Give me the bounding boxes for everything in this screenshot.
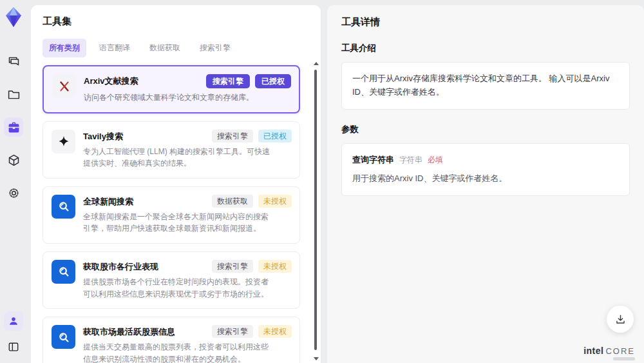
toolbox-icon	[7, 121, 21, 134]
tool-description: 提供当天交易量最高的股票列表，投资者可以利用这些信息来识别流动性强的股票和潜在的…	[83, 341, 271, 363]
category-tag: 数据获取	[212, 195, 253, 208]
auth-status-badge: 未授权	[258, 260, 292, 273]
tool-info: 获取股市各行业表现搜索引擎未授权提供股票市场各个行业在特定时间段内的表现。投资者…	[83, 260, 292, 300]
folder-icon	[7, 88, 21, 101]
scroll-down-arrow[interactable]	[314, 357, 319, 360]
param-required-badge: 必填	[428, 154, 443, 166]
sidebar-item-plugins[interactable]	[4, 150, 23, 170]
param-name: 查询字符串	[352, 153, 394, 167]
detail-title: 工具详情	[341, 16, 630, 28]
panel-toggle-icon	[7, 340, 20, 353]
sidebar-item-tools[interactable]	[4, 117, 23, 137]
tool-info: 获取市场最活跃股票信息搜索引擎未授权提供当天交易量最高的股票列表，投资者可以利用…	[83, 325, 292, 363]
tab-语言翻译[interactable]: 语言翻译	[93, 39, 137, 57]
tool-tags: 搜索引擎未授权	[205, 260, 292, 273]
params-section-title: 参数	[341, 124, 630, 135]
category-tag: 搜索引擎	[212, 260, 253, 273]
tool-tags: 搜索引擎已授权	[200, 74, 291, 88]
list-scrollbar[interactable]	[312, 62, 319, 360]
auth-status-badge: 未授权	[258, 195, 292, 208]
tool-tags: 搜索引擎未授权	[205, 325, 292, 338]
page-title: 工具集	[43, 15, 310, 28]
tool-card[interactable]: 全球新闻搜索数据获取未授权全球新闻搜索是一个聚合全球各大新闻网站内容的搜索引擎，…	[43, 186, 300, 244]
main-content: 工具集 所有类别语言翻译数据获取搜索引擎 Arxiv文献搜索搜索引擎已授权访问各…	[31, 5, 644, 363]
auth-status-badge: 已授权	[255, 74, 291, 88]
intel-logo-sub	[613, 357, 635, 360]
news-search-icon	[52, 325, 75, 349]
app-logo-icon	[3, 5, 24, 30]
sidebar-bottom	[0, 311, 27, 357]
tab-所有类别[interactable]: 所有类别	[43, 39, 86, 57]
chat-icon	[7, 55, 21, 68]
tool-info: 全球新闻搜索数据获取未授权全球新闻搜索是一个聚合全球各大新闻网站内容的搜索引擎，…	[83, 195, 292, 235]
tool-detail-panel: 工具详情 工具介绍 一个用于从Arxiv存储库搜索科学论文和文章的工具。 输入可…	[327, 5, 644, 363]
app-sidebar	[0, 0, 27, 363]
tool-card[interactable]: 获取股市各行业表现搜索引擎未授权提供股票市场各个行业在特定时间段内的表现。投资者…	[43, 251, 300, 309]
category-tag: 搜索引擎	[212, 325, 253, 338]
intel-logo-text: intel	[583, 346, 603, 355]
auth-status-badge: 未授权	[258, 325, 292, 338]
intel-core-logo: intel CORE	[583, 346, 635, 355]
tool-list: Arxiv文献搜索搜索引擎已授权访问各个研究领域大量科学论文和文章的存储库。Ta…	[43, 65, 310, 362]
arxiv-logo-icon	[52, 74, 76, 98]
tool-description: 全球新闻搜索是一个聚合全球各大新闻网站内容的搜索引擎，帮助用户快速获取全球最新资…	[83, 211, 271, 235]
sidebar-item-settings[interactable]	[4, 183, 23, 202]
tool-info: Tavily搜索搜索引擎已授权专为人工智能代理 (LLM) 构建的搜索引擎工具。…	[83, 130, 292, 170]
download-icon	[614, 313, 627, 326]
auth-status-badge: 已授权	[258, 130, 292, 142]
user-icon	[7, 315, 20, 328]
category-tabs: 所有类别语言翻译数据获取搜索引擎	[43, 39, 310, 57]
sidebar-item-chat[interactable]	[4, 52, 23, 71]
scroll-up-arrow[interactable]	[314, 62, 319, 65]
sidebar-item-account[interactable]	[4, 311, 23, 331]
download-button[interactable]	[607, 306, 634, 333]
sidebar-item-files[interactable]	[4, 84, 23, 104]
category-tag: 搜索引擎	[206, 74, 250, 88]
tab-数据获取[interactable]: 数据获取	[143, 39, 187, 57]
tool-name: Arxiv文献搜索	[84, 74, 138, 87]
tool-name: 全球新闻搜索	[83, 195, 133, 208]
tool-description: 专为人工智能代理 (LLM) 构建的搜索引擎工具。可快速提供实时、准确和真实的结…	[83, 146, 271, 170]
toolset-panel: 工具集 所有类别语言翻译数据获取搜索引擎 Arxiv文献搜索搜索引擎已授权访问各…	[31, 5, 321, 363]
tool-card[interactable]: Arxiv文献搜索搜索引擎已授权访问各个研究领域大量科学论文和文章的存储库。	[43, 65, 300, 113]
tool-card[interactable]: 获取市场最活跃股票信息搜索引擎未授权提供当天交易量最高的股票列表，投资者可以利用…	[43, 317, 300, 363]
tool-card[interactable]: Tavily搜索搜索引擎已授权专为人工智能代理 (LLM) 构建的搜索引擎工具。…	[43, 121, 300, 179]
intro-section-title: 工具介绍	[341, 43, 630, 54]
param-box: 查询字符串 字符串 必填 用于搜索的Arxiv ID、关键字或作者姓名。	[341, 143, 630, 197]
scrollbar-thumb[interactable]	[314, 70, 317, 350]
tool-description: 访问各个研究领域大量科学论文和文章的存储库。	[84, 92, 272, 104]
core-logo-text: CORE	[605, 347, 635, 355]
sidebar-nav	[4, 52, 23, 202]
tool-name: 获取市场最活跃股票信息	[83, 325, 175, 338]
news-search-icon	[52, 195, 75, 219]
param-header: 查询字符串 字符串 必填	[352, 153, 619, 167]
tool-name: 获取股市各行业表现	[83, 260, 158, 273]
tool-intro-box: 一个用于从Arxiv存储库搜索科学论文和文章的工具。 输入可以是Arxiv ID…	[341, 62, 630, 110]
sidebar-item-collapse[interactable]	[4, 337, 23, 357]
tool-name: Tavily搜索	[83, 130, 123, 142]
param-type-badge: 字符串	[399, 154, 422, 166]
news-search-icon	[52, 260, 75, 284]
tool-tags: 数据获取未授权	[205, 195, 292, 208]
tab-搜索引擎[interactable]: 搜索引擎	[193, 39, 237, 57]
cube-icon	[7, 153, 21, 167]
sparkle-icon	[52, 130, 75, 153]
tool-description: 提供股票市场各个行业在特定时间段内的表现。投资者可以利用这些信息来识别表现优于或…	[83, 276, 271, 300]
category-tag: 搜索引擎	[212, 130, 253, 142]
param-description: 用于搜索的Arxiv ID、关键字或作者姓名。	[352, 172, 619, 186]
gear-icon	[7, 186, 21, 200]
tool-info: Arxiv文献搜索搜索引擎已授权访问各个研究领域大量科学论文和文章的存储库。	[84, 74, 291, 104]
tool-tags: 搜索引擎已授权	[205, 130, 292, 142]
